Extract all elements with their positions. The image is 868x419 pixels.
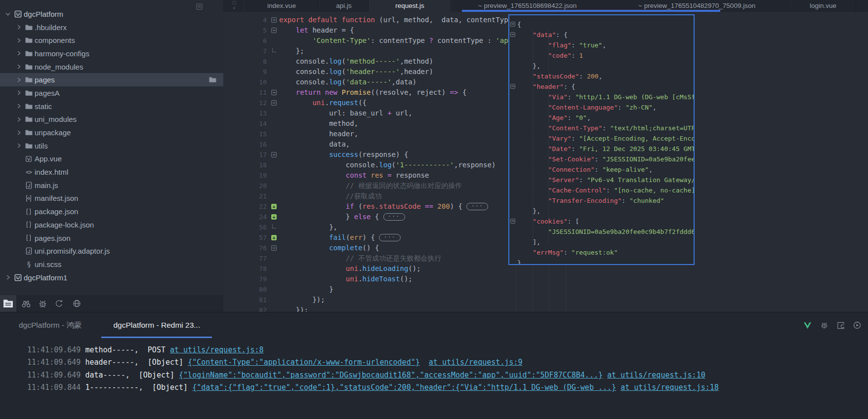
console-tab[interactable]: dgcPlatform - Redmi 23... [101,312,212,338]
tree-item-unpackage[interactable]: unpackage [0,126,223,139]
debug-panel-button[interactable] [35,295,50,312]
tree-item-package.json[interactable]: package.json [0,205,223,218]
console-link[interactable]: at utils/request.js:8 [170,345,264,354]
tree-item-node_modules[interactable]: node_modules [0,60,223,74]
tree-item-dgcPlatform1[interactable]: dgcPlatform1 [0,271,223,284]
fold-collapse-icon[interactable]: − [510,22,515,27]
console-link[interactable]: at utils/request.js:9 [429,358,523,367]
fold-ellipsis[interactable]: ··· [379,234,401,241]
json-line: "errMsg": "request:ok" [509,247,694,258]
web-panel-button[interactable] [69,295,84,312]
tab-request.js[interactable]: request.js [369,0,451,12]
fold-collapse-icon[interactable]: − [510,32,515,37]
chevron-down-icon[interactable] [4,12,12,16]
fold-collapse-icon[interactable]: − [271,100,277,106]
tree-item-label: node_modules [35,63,83,71]
fold-ellipsis[interactable]: ··· [383,213,405,221]
chevron-right-icon[interactable] [15,64,23,69]
fold-collapse-icon[interactable]: − [510,219,515,224]
line-number: 56 [223,222,271,232]
json-line: − "header": { [509,81,694,92]
tree-item-App.vue[interactable]: App.vue [0,152,223,166]
line-number: 11 [223,87,271,98]
tree-item-components[interactable]: components [0,34,223,47]
fold-collapse-icon[interactable]: − [271,245,277,251]
chevron-right-icon[interactable] [15,104,23,109]
tree-item-utils[interactable]: utils [0,139,223,152]
fold-expand-icon[interactable]: + [271,235,277,240]
json-text: "flag": "true", [517,40,606,50]
json-text: "Cache-Control": "[no-cache, no-cache]", [517,185,695,195]
json-text: "Connection": "keep-alive", [517,164,653,175]
tree-item-index.html[interactable]: <>index.html [0,165,223,179]
line-number: 22 [223,201,271,212]
json-text: "Content-Language": "zh-CN", [517,102,657,113]
tree-item-dgcPlatform[interactable]: dgcPlatform [0,7,223,21]
fold-gutter [271,264,279,274]
console-tab[interactable]: dgcPlatform - 鸿蒙 [7,312,93,338]
tree-item-static[interactable]: static [0,100,223,113]
json-line: "Vary": "[Accept-Encoding, Accept-Encodi… [509,133,694,144]
tree-item-pages.json[interactable]: pages.json [0,231,223,245]
folder-icon [23,143,35,149]
chevron-right-icon[interactable] [15,130,23,135]
run-circle-icon[interactable] [853,321,861,331]
window-icon[interactable]: ▢ [225,0,243,5]
tree-item-main.js[interactable]: main.js [0,179,223,192]
fold-expand-icon[interactable]: + [271,214,277,220]
locate-folder-icon[interactable] [209,76,216,84]
code-text: let header = { [279,25,354,36]
console-link[interactable]: {"loginName":"bocaudit","password":"DGsw… [179,371,603,380]
line-number: 7 [223,46,271,56]
fold-gutter [509,40,517,50]
code-text: uni.hideLoading(); [279,264,421,274]
json-line: −{ [509,19,694,30]
chevron-right-icon[interactable] [15,90,23,95]
tab-api.js[interactable]: api.js [319,0,369,12]
chevron-right-icon[interactable] [15,117,23,122]
menu-icon[interactable]: ≡ [225,5,243,11]
console-link[interactable]: at utils/request.js:10 [607,371,705,380]
hbuilderx-window: dgcPlatform.hbuilderxcomponentsharmony-c… [0,0,868,419]
fold-expand-icon[interactable]: + [271,204,277,209]
chevron-right-icon[interactable] [4,275,12,280]
files-panel-button[interactable] [0,295,16,312]
fold-collapse-icon[interactable]: − [271,28,277,33]
fold-gutter [509,92,517,102]
tree-item-pagesA[interactable]: pagesA [0,86,223,100]
tree-item-package-lock.json[interactable]: package-lock.json [0,218,223,231]
tree-item-harmony-configs[interactable]: harmony-configs [0,47,223,60]
clear-console-icon[interactable] [837,322,845,331]
fold-collapse-icon[interactable]: − [271,152,277,157]
debug-bug-icon[interactable] [820,321,828,331]
line-number: 76 [223,243,271,253]
tree-item-.hbuilderx[interactable]: .hbuilderx [0,21,223,34]
chevron-right-icon[interactable] [15,25,23,30]
console-link[interactable]: {"Content-Type":"application/x-www-form-… [188,358,420,367]
chevron-right-icon[interactable] [15,77,23,82]
fold-collapse-icon[interactable]: − [271,17,277,23]
fold-collapse-icon[interactable]: − [510,84,515,89]
tree-item-pages[interactable]: pages [0,73,223,86]
search-panel-button[interactable] [19,295,34,312]
json-text: }, [517,206,540,216]
refresh-panel-button[interactable] [51,295,66,312]
vue-logo-icon[interactable] [803,322,812,331]
console-link[interactable]: at utils/request.js:18 [620,383,719,392]
tree-item-manifest.json[interactable]: manifest.json [0,192,223,205]
tree-item-uni.promisify.adaptor.js[interactable]: uni.promisify.adaptor.js [0,244,223,258]
console-link[interactable]: {"data":{"flag":"true","code":1},"status… [192,383,616,392]
code-text: //获取成功 [279,191,382,201]
tab-bar-misc-icons[interactable]: ▢≡ [225,0,243,12]
fold-gutter: − [271,243,279,253]
fold-ellipsis[interactable]: ··· [466,203,488,210]
chevron-right-icon[interactable] [15,143,23,148]
tab-login.vue[interactable]: login.vue [790,0,856,12]
fold-collapse-icon[interactable]: − [271,90,277,95]
tree-item-uni.scss[interactable]: §uni.scss [0,258,223,271]
chevron-right-icon[interactable] [15,51,23,56]
tab-index.vue[interactable]: index.vue [244,0,319,12]
chevron-right-icon[interactable] [15,38,23,43]
tree-item-uni_modules[interactable]: uni_modules [0,113,223,126]
code-line: 81 }); [223,295,868,305]
